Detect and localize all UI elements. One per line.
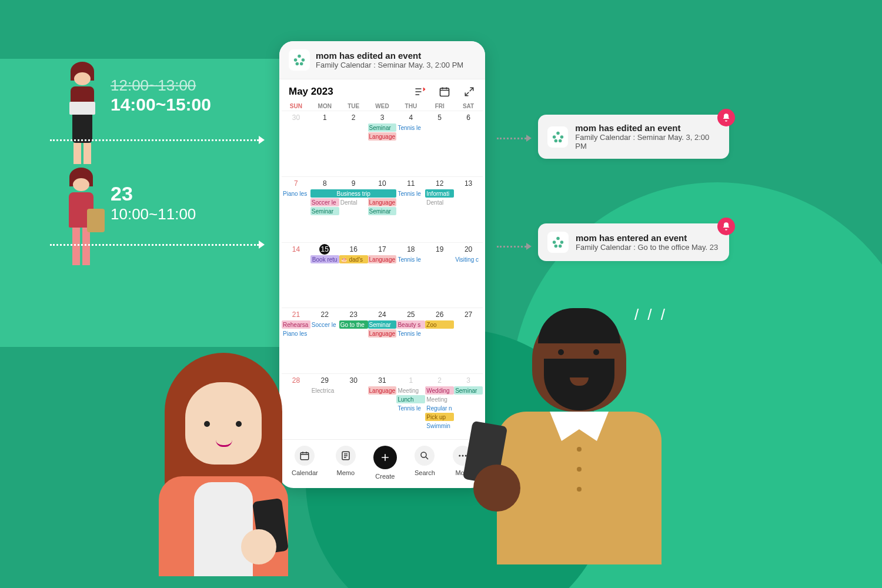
leaf-icon <box>293 54 306 66</box>
svg-point-19 <box>560 240 564 244</box>
calendar-event[interactable]: Tennis le <box>396 329 425 338</box>
calendar-event[interactable]: Seminar <box>368 123 397 132</box>
today-icon[interactable] <box>438 85 451 98</box>
day-cell[interactable]: 12 <box>425 178 454 189</box>
day-cell[interactable]: 3 <box>454 375 483 386</box>
calendar-event[interactable]: Lunch <box>396 395 425 403</box>
day-cell[interactable]: 24 <box>368 309 397 320</box>
calendar-grid[interactable]: 30123456SeminarTennis leLanguage78910111… <box>279 111 485 439</box>
calendar-event[interactable]: Piano les <box>282 189 310 198</box>
svg-point-10 <box>462 455 463 457</box>
day-cell[interactable]: 21 <box>282 309 310 320</box>
day-cell[interactable]: 20 <box>454 244 483 255</box>
arrow-right-2 <box>497 246 526 248</box>
day-cell[interactable]: 2 <box>425 375 454 386</box>
day-cell[interactable]: 17 <box>368 244 397 255</box>
calendar-event[interactable]: Regular n <box>425 404 454 412</box>
calendar-event[interactable]: Dental <box>339 198 368 206</box>
day-cell[interactable]: 23 <box>339 309 368 320</box>
day-cell[interactable]: 5 <box>425 112 454 123</box>
calendar-event[interactable]: Seminar <box>368 320 397 329</box>
calendar-event[interactable]: Beauty s <box>396 320 425 329</box>
calendar-event[interactable]: Meeting <box>425 395 454 403</box>
svg-point-3 <box>296 62 299 66</box>
calendar-event[interactable]: Informati <box>425 189 454 198</box>
calendar-event[interactable]: Pick up <box>425 413 454 421</box>
day-cell[interactable]: 2 <box>339 112 368 123</box>
day-cell[interactable]: 29 <box>310 375 339 386</box>
day-of-week-header: SUN MON TUE WED THU FRI SAT <box>279 102 485 111</box>
calendar-event[interactable]: Go to the <box>339 320 368 329</box>
calendar-event[interactable]: Language <box>368 198 397 206</box>
calendar-event[interactable]: Language <box>368 386 397 395</box>
calendar-event[interactable]: Tennis le <box>396 189 425 198</box>
push-notification[interactable]: mom has edited an event Family Calendar … <box>279 41 485 79</box>
arrow-head-1 <box>259 136 265 144</box>
calendar-event[interactable]: Language <box>368 255 397 263</box>
calendar-event[interactable]: Tennis le <box>396 123 425 132</box>
day-cell[interactable]: 31 <box>368 375 397 386</box>
day-cell[interactable]: 14 <box>282 244 310 255</box>
calendar-event[interactable]: Language <box>368 329 397 338</box>
calendar-event[interactable]: Seminar <box>310 207 339 215</box>
svg-point-0 <box>298 55 301 58</box>
day-cell[interactable]: 9 <box>339 178 368 189</box>
calendar-event[interactable]: Rehearsa <box>282 320 310 329</box>
calendar-event[interactable]: Tennis le <box>396 404 425 412</box>
calendar-event[interactable]: Tennis le <box>396 255 425 263</box>
toast-2[interactable]: mom has entered an eventFamily Calendar … <box>538 223 729 261</box>
calendar-event[interactable]: Seminar <box>368 207 397 215</box>
calendar-event[interactable]: Soccer le <box>310 320 339 329</box>
day-cell[interactable]: 1 <box>396 375 425 386</box>
day-cell[interactable]: 10 <box>368 178 397 189</box>
new-event-label: 23 10:00~11:00 <box>111 182 196 223</box>
calendar-event[interactable]: Language <box>368 132 397 141</box>
calendar-event[interactable]: Piano les <box>282 329 310 338</box>
day-cell[interactable]: 8 <box>310 178 339 189</box>
calendar-header: May 2023 <box>279 79 485 102</box>
calendar-event[interactable]: Wedding <box>425 386 454 395</box>
arrow-head-2 <box>259 240 265 249</box>
tab-search[interactable]: Search <box>415 446 435 480</box>
day-cell[interactable]: 4 <box>396 112 425 123</box>
calendar-event[interactable]: Visiting c <box>454 255 483 263</box>
calendar-event[interactable]: 🎂 dad's <box>339 255 368 263</box>
day-cell[interactable]: 11 <box>396 178 425 189</box>
svg-point-4 <box>300 62 303 66</box>
svg-point-16 <box>559 139 562 142</box>
day-cell[interactable]: 13 <box>454 178 483 189</box>
calendar-event[interactable]: Seminar <box>454 386 483 395</box>
calendar-event[interactable]: Electrica <box>310 386 339 395</box>
calendar-event[interactable]: Dental <box>425 198 454 206</box>
tab-create[interactable]: Create <box>373 446 397 480</box>
day-cell[interactable]: 30 <box>282 112 310 123</box>
event-date: 23 <box>111 182 196 205</box>
day-cell[interactable]: 19 <box>425 244 454 255</box>
calendar-event[interactable]: Book retu <box>310 255 339 263</box>
month-label[interactable]: May 2023 <box>289 86 333 98</box>
phone-frame: mom has edited an event Family Calendar … <box>279 41 485 488</box>
day-cell[interactable]: 26 <box>425 309 454 320</box>
day-cell[interactable]: 1 <box>310 112 339 123</box>
calendar-event[interactable]: Business trip <box>310 189 397 198</box>
day-cell[interactable]: 7 <box>282 178 310 189</box>
day-cell[interactable]: 15 <box>310 244 339 255</box>
day-cell[interactable]: 18 <box>396 244 425 255</box>
day-cell[interactable]: 27 <box>454 309 483 320</box>
calendar-event[interactable]: Swimmin <box>425 422 454 430</box>
day-cell[interactable]: 22 <box>310 309 339 320</box>
day-cell[interactable]: 25 <box>396 309 425 320</box>
calendar-event[interactable]: Soccer le <box>310 198 339 206</box>
day-cell[interactable]: 3 <box>368 112 397 123</box>
expand-icon[interactable] <box>463 85 476 98</box>
toast-1[interactable]: mom has edited an eventFamily Calendar :… <box>538 115 729 159</box>
dow-sun: SUN <box>282 103 310 109</box>
filter-pin-icon[interactable] <box>413 85 426 98</box>
calendar-event[interactable]: Meeting <box>396 386 425 395</box>
day-cell[interactable]: 16 <box>339 244 368 255</box>
calendar-event[interactable]: Zoo <box>425 320 454 329</box>
day-cell[interactable]: 6 <box>454 112 483 123</box>
day-cell[interactable]: 30 <box>339 375 368 386</box>
toast-subtitle: Family Calendar : Go to the office May. … <box>576 243 718 252</box>
tab-memo[interactable]: Memo <box>336 446 356 480</box>
